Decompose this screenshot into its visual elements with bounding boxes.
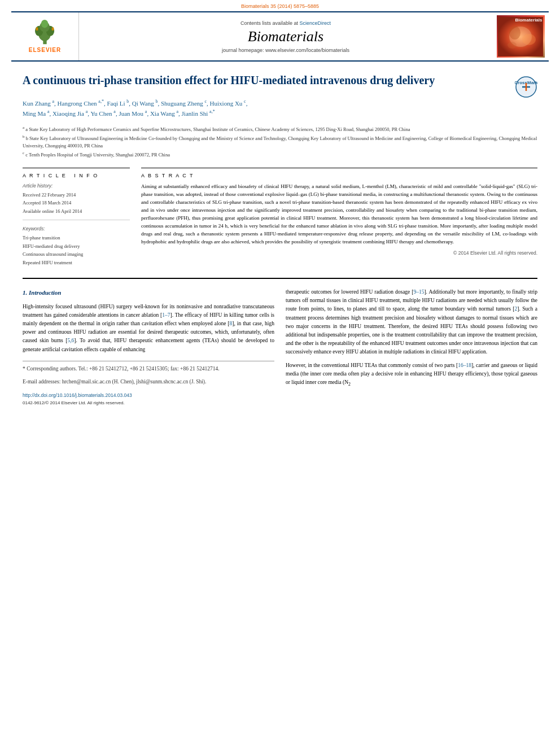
- svg-point-10: [509, 26, 520, 40]
- article-title: A continuous tri-phase transition effect…: [23, 73, 435, 88]
- available-date: Available online 16 April 2014: [23, 207, 130, 215]
- affiliation-c: c c Tenth Peoples Hospital of Tongji Uni…: [23, 150, 537, 159]
- affiliation-a: a a State Key Laboratory of High Perform…: [23, 125, 537, 133]
- journal-cover-section: Biomaterials: [492, 12, 549, 60]
- reference-text: Biomaterials 35 (2014) 5875–5885: [241, 3, 319, 9]
- authors-list: Kun Zhang a, Hangrong Chen a,*, Faqi Li …: [23, 98, 537, 119]
- affiliations-section: a a State Key Laboratory of High Perform…: [23, 125, 537, 159]
- cover-journal-label: Biomaterials: [515, 18, 542, 23]
- accepted-date: Accepted 18 March 2014: [23, 199, 130, 207]
- keywords-list: Tri-phase transition HIFU-mediated drug …: [23, 234, 130, 267]
- copyright-line: © 2014 Elsevier Ltd. All rights reserved…: [141, 250, 537, 256]
- email-line: E-mail addresses: hrchen@mail.sic.ac.cn …: [23, 378, 274, 386]
- footnote-area: * Corresponding authors. Tel.: +86 21 52…: [23, 361, 274, 386]
- keywords-section: Keywords: Tri-phase transition HIFU-medi…: [23, 226, 130, 267]
- svg-rect-7: [52, 28, 54, 30]
- journal-title-section: Contents lists available at ScienceDirec…: [79, 12, 492, 60]
- body-two-col: 1. Introduction High-intensity focused u…: [23, 288, 537, 407]
- article-body: 1. Introduction High-intensity focused u…: [23, 278, 537, 407]
- elsevier-logo: ELSEVIER: [29, 20, 61, 53]
- info-abstract-section: A R T I C L E I N F O Article history: R…: [23, 168, 537, 267]
- elsevier-wordmark: ELSEVIER: [29, 47, 61, 53]
- sciencedirect-link[interactable]: ScienceDirect: [300, 20, 331, 26]
- cover-art: [498, 17, 543, 56]
- doi-link[interactable]: http://dx.doi.org/10.1016/j.biomaterials…: [23, 392, 274, 400]
- intro-left-para: High-intensity focused ultrasound (HIFU)…: [23, 303, 274, 354]
- journal-name: Biomaterials: [85, 28, 487, 45]
- elsevier-tree-icon: [29, 20, 60, 45]
- svg-rect-6: [36, 28, 38, 30]
- crossmark-icon[interactable]: CrossMark: [515, 76, 537, 98]
- corresponding-note: * Corresponding authors. Tel.: +86 21 52…: [23, 365, 274, 373]
- keywords-label: Keywords:: [23, 226, 130, 231]
- keyword-4: Repeated HIFU treatment: [23, 259, 130, 267]
- body-right-col: therapeutic outcomes for lowered HIFU ra…: [286, 288, 537, 407]
- keyword-3: Continuous ultrasound imaging: [23, 250, 130, 258]
- elsevier-logo-section: ELSEVIER: [11, 12, 79, 60]
- keyword-2: HIFU-mediated drug delivery: [23, 242, 130, 250]
- email-label: E-mail addresses:: [23, 379, 60, 385]
- svg-point-12: [508, 42, 517, 49]
- journal-header: ELSEVIER Contents lists available at Sci…: [11, 11, 549, 62]
- svg-point-5: [41, 20, 49, 28]
- abstract-header: A B S T R A C T: [141, 173, 537, 178]
- journal-homepage: journal homepage: www.elsevier.com/locat…: [85, 47, 487, 53]
- abstract-column: A B S T R A C T Aiming at substantially …: [141, 168, 537, 267]
- keyword-1: Tri-phase transition: [23, 234, 130, 242]
- contents-available-text: Contents lists available at ScienceDirec…: [85, 20, 487, 26]
- svg-point-11: [522, 34, 536, 45]
- title-row: A continuous tri-phase transition effect…: [23, 73, 537, 98]
- abstract-text: Aiming at substantially enhanced efficac…: [141, 183, 537, 246]
- intro-section-title: 1. Introduction: [23, 288, 274, 298]
- article-content: A continuous tri-phase transition effect…: [0, 62, 560, 418]
- affiliation-b: b b State Key Laboratory of Ultrasound E…: [23, 134, 537, 149]
- journal-cover-image: Biomaterials: [497, 15, 545, 58]
- email-addresses: hrchen@mail.sic.ac.cn (H. Chen), jlshi@s…: [62, 379, 207, 385]
- article-info-column: A R T I C L E I N F O Article history: R…: [23, 168, 130, 267]
- journal-reference: Biomaterials 35 (2014) 5875–5885: [0, 0, 560, 11]
- right-para-1: therapeutic outcomes for lowered HIFU ra…: [286, 288, 537, 357]
- history-label: Article history:: [23, 183, 130, 189]
- received-date: Received 22 February 2014: [23, 191, 130, 199]
- right-para-2: However, in the conventional HIFU TEAs t…: [286, 361, 537, 388]
- article-dates: Received 22 February 2014 Accepted 18 Ma…: [23, 191, 130, 220]
- body-left-col: 1. Introduction High-intensity focused u…: [23, 288, 274, 407]
- article-info-header: A R T I C L E I N F O: [23, 173, 130, 178]
- issn-line: 0142-9612/© 2014 Elsevier Ltd. All right…: [23, 400, 274, 407]
